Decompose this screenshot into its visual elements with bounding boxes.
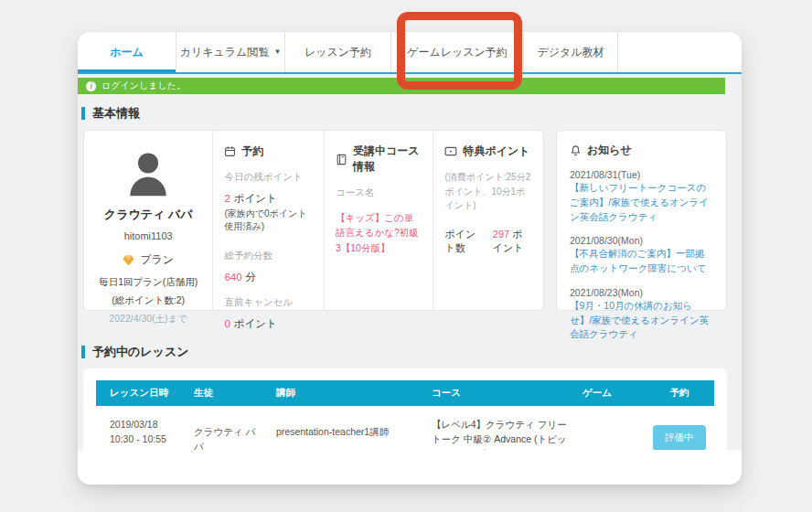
cell-reservation: 評価中 [645,418,714,450]
tab-curriculum[interactable]: カリキュラム閲覧 ▼ [176,32,285,72]
course-name-label: コース名 [336,187,422,199]
total-minutes-value: 640分 [224,271,313,284]
news-date: 2021/08/31(Tue) [570,169,713,180]
course-name-value: 【キッズ】この単語言えるかな?初級3【10分版】 [336,210,422,255]
tab-game-lesson-booking-label: ゲームレッスン予約 [407,45,508,60]
current-course-column: 受講中コース情報 コース名 【キッズ】この単語言えるかな?初級3【10分版】 [325,131,434,310]
section-accent-bar [81,107,85,120]
news-title: お知らせ [587,143,632,158]
header-game: ゲーム [572,387,645,400]
basic-info-title-text: 基本情報 [92,105,140,122]
plan-row: プラン [95,252,201,268]
news-card: お知らせ 2021/08/31(Tue) 【新しいフリートークコースのご案内】/… [556,130,727,311]
bell-icon [570,144,582,156]
chevron-down-icon: ▼ [273,48,281,56]
reserved-lessons-section-title: 予約中のレッスン [81,344,742,360]
reservation-title: 予約 [241,144,263,159]
calendar-icon [224,145,236,157]
plan-name: 毎日1回プラン(店舗用) [95,276,201,289]
header-reservation: 予約 [645,387,714,400]
tab-digital-materials[interactable]: デジタル教材 [524,32,618,72]
cell-student: クラウティ パパ [183,418,265,450]
card-footer-band [78,450,742,485]
evaluating-button[interactable]: 評価中 [653,425,706,450]
cell-course: 【レベル4】クラウティ フリートーク 中級② Advance (トピックサポート… [421,418,572,450]
tab-lesson-booking[interactable]: レッスン予約 [285,32,391,72]
info-icon: i [86,81,96,91]
login-success-banner: i ログインしました。 [78,78,725,94]
news-date: 2021/08/30(Mon) [570,235,713,246]
cell-teacher: presentation-teacher1講師 [265,418,421,440]
profile-column: クラウティ パパ hitomi1103 プラン 毎日1回プラン(店舗用) (総ポ… [84,131,213,310]
main-window: ホーム カリキュラム閲覧 ▼ レッスン予約 ゲームレッスン予約 デジタル教材 i… [78,32,742,485]
point-card-icon [444,145,457,157]
bonus-points-value-row: ポイント数 297 ポイント [444,228,532,255]
tab-lesson-booking-label: レッスン予約 [304,45,371,60]
avatar [122,147,175,200]
news-item: 2021/08/23(Mon) 【9月・10月の休講のお知らせ】/家族で使えるオ… [570,287,713,342]
today-points-value: 2ポイント [224,192,313,206]
reserved-lessons-table-card: レッスン日時 生徒 講師 コース ゲーム 予約 2019/03/18 10:30… [83,368,727,450]
header-course: コース [421,387,572,400]
total-minutes-label: 総予約分数 [224,250,313,262]
account-summary-card: クラウティ パパ hitomi1103 プラン 毎日1回プラン(店舗用) (総ポ… [83,130,544,311]
bonus-points-note: (消費ポイント:25分2ポイント、10分1ポイント) [444,170,532,213]
header-teacher: 講師 [265,387,421,400]
today-points-label: 今日の残ポイント [224,171,313,184]
book-icon [336,154,347,165]
news-link[interactable]: 【9月・10月の休講のお知らせ】/家族で使えるオンライン英会話クラウティ [570,299,713,342]
tab-home[interactable]: ホーム [78,32,176,72]
reservation-column: 予約 今日の残ポイント 2ポイント (家族内で0ポイント使用済み) 総予約分数 … [213,131,325,310]
news-item: 2021/08/30(Mon) 【不具合解消のご案内】一部拠点のネットワーク障害… [570,235,713,276]
header-student: 生徒 [183,387,265,400]
news-date: 2021/08/23(Mon) [570,287,713,298]
basic-info-cards: クラウティ パパ hitomi1103 プラン 毎日1回プラン(店舗用) (総ポ… [83,130,727,311]
gem-icon [123,255,134,266]
basic-info-section-title: 基本情報 [81,105,742,122]
section-accent-bar [81,346,85,358]
news-link[interactable]: 【不具合解消のご案内】一部拠点のネットワーク障害について [570,247,713,276]
username: hitomi1103 [95,230,201,241]
plan-total-points: (総ポイント数:2) [95,294,201,307]
tab-game-lesson-booking[interactable]: ゲームレッスン予約 [391,32,524,72]
tab-curriculum-label: カリキュラム閲覧 [180,45,270,60]
last-minute-cancel-value: 0ポイント [224,317,313,331]
lessons-table-header: レッスン日時 生徒 講師 コース ゲーム 予約 [96,380,714,406]
header-lesson-datetime: レッスン日時 [96,387,183,400]
plan-expiry-date: 2022/4/30(土)まで [95,313,201,325]
today-points-note: (家族内で0ポイント使用済み) [224,208,313,233]
user-display-name: クラウティ パパ [95,207,201,223]
cell-lesson-datetime: 2019/03/18 10:30 - 10:55 [96,418,183,447]
login-banner-text: ログインしました。 [102,80,186,92]
news-item: 2021/08/31(Tue) 【新しいフリートークコースのご案内】/家族で使え… [570,169,713,224]
bonus-points-title: 特典ポイント [463,144,529,159]
tab-home-label: ホーム [110,45,144,60]
current-course-title: 受講中コース情報 [353,144,422,175]
last-minute-cancel-label: 直前キャンセル [224,296,313,309]
news-link[interactable]: 【新しいフリートークコースのご案内】/家族で使えるオンライン英会話クラウティ [570,181,713,224]
content-area: i ログインしました。 基本情報 クラウティ パパ [78,74,742,450]
points-count-label: ポイント数 [444,228,477,255]
table-row: 2019/03/18 10:30 - 10:55 クラウティ パパ presen… [96,406,714,450]
plan-label: プラン [140,252,174,268]
bonus-points-column: 特典ポイント (消費ポイント:25分2ポイント、10分1ポイント) ポイント数 … [433,131,543,310]
tab-digital-materials-label: デジタル教材 [537,45,604,60]
top-navigation: ホーム カリキュラム閲覧 ▼ レッスン予約 ゲームレッスン予約 デジタル教材 [78,32,742,74]
reserved-lessons-title-text: 予約中のレッスン [92,344,189,360]
